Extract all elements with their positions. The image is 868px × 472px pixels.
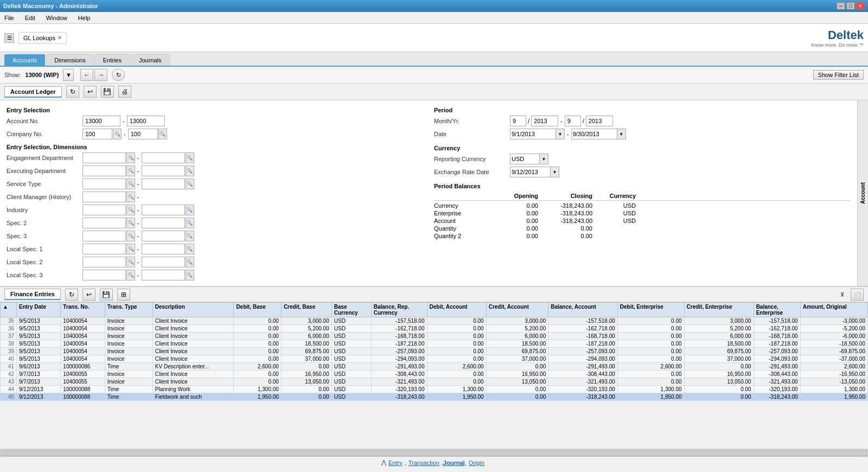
col-trans-type[interactable]: Trans. Type — [105, 303, 152, 317]
service-type-to-search[interactable]: 🔍 — [186, 178, 194, 189]
table-row[interactable]: 449/12/2013100000088TimePlanning Work1,3… — [1, 386, 868, 393]
tab-dimensions[interactable]: Dimensions — [46, 54, 93, 66]
client-manager-from-input[interactable] — [82, 192, 126, 202]
service-type-to-input[interactable] — [142, 178, 185, 189]
executing-dept-to-search[interactable]: 🔍 — [186, 165, 194, 176]
month-to-input[interactable] — [565, 116, 581, 126]
local-spec2-from-search[interactable]: 🔍 — [126, 257, 135, 267]
table-row[interactable]: 409/5/201310400054InvoiceClient Invoice0… — [1, 355, 868, 363]
menu-help[interactable]: Help — [76, 14, 93, 22]
date-from-input[interactable] — [510, 129, 556, 139]
nav-forward-button[interactable]: → — [94, 69, 107, 81]
finance-entries-tab[interactable]: Finance Entries — [4, 289, 61, 300]
col-base-currency[interactable]: BaseCurrency — [331, 303, 371, 317]
show-filter-button[interactable]: Show Filter List — [813, 70, 864, 80]
account-ledger-tab[interactable]: Account Ledger — [4, 86, 62, 98]
status-link-transaction[interactable]: Transaction — [409, 460, 439, 466]
finance-entries-table-container[interactable]: ▲ Entry Date Trans. No. Trans. Type Desc… — [0, 302, 868, 449]
refresh-button[interactable]: ↻ — [112, 69, 125, 81]
undo-entries-btn[interactable]: ↩ — [82, 289, 95, 301]
nav-back-button[interactable]: ← — [80, 69, 93, 81]
sidebar-toggle[interactable]: ☰ — [4, 33, 14, 43]
spec3-from-input[interactable] — [82, 231, 126, 241]
col-entry-date[interactable]: Entry Date — [17, 303, 61, 317]
col-debit-enterprise[interactable]: Debit, Enterprise — [617, 303, 684, 317]
col-amount-original[interactable]: Amount, Original — [800, 303, 867, 317]
expand-entries-btn[interactable]: ⬜ — [851, 289, 864, 301]
date-from-dropdown-btn[interactable]: ▼ — [556, 129, 565, 139]
undo-ledger-btn[interactable]: ↩ — [84, 86, 97, 98]
spec3-from-search[interactable]: 🔍 — [126, 231, 135, 241]
col-sort-indicator[interactable]: ▲ — [1, 303, 17, 317]
local-spec1-from-search[interactable]: 🔍 — [126, 244, 135, 254]
col-balance-rep[interactable]: Balance, Rep.Currency — [371, 303, 427, 317]
menu-window[interactable]: Window — [44, 14, 69, 22]
client-manager-from-search[interactable]: 🔍 — [126, 192, 135, 202]
table-row[interactable]: 369/5/201310400054InvoiceClient Invoice0… — [1, 325, 868, 333]
collapse-entries-btn[interactable]: ⊻ — [839, 290, 845, 298]
account-no-to-input[interactable] — [127, 116, 165, 126]
print-ledger-btn[interactable]: 🖨 — [118, 86, 131, 98]
col-credit-base[interactable]: Credit, Base — [281, 303, 331, 317]
col-balance-enterprise[interactable]: Balance,Enterprise — [754, 303, 800, 317]
engagement-dept-to-input[interactable] — [142, 152, 185, 163]
table-row[interactable]: 419/6/2013100000086TimeKV Description en… — [1, 363, 868, 371]
local-spec1-from-input[interactable] — [82, 244, 126, 254]
company-no-from-search[interactable]: 🔍 — [113, 129, 122, 139]
save-ledger-btn[interactable]: 💾 — [101, 86, 114, 98]
account-right-tab[interactable]: Account — [857, 100, 868, 286]
menu-edit[interactable]: Edit — [23, 14, 37, 22]
table-row[interactable]: 389/5/201310400054InvoiceClient Invoice0… — [1, 340, 868, 348]
spec2-from-input[interactable] — [82, 218, 126, 228]
table-row[interactable]: 439/7/201310400055InvoiceClient Invoice0… — [1, 378, 868, 386]
gl-lookups-tab[interactable]: GL Lookups ✕ — [18, 32, 67, 44]
industry-to-search[interactable]: 🔍 — [186, 205, 194, 215]
engagement-dept-from-search[interactable]: 🔍 — [126, 152, 135, 163]
spec2-from-search[interactable]: 🔍 — [126, 218, 135, 228]
company-no-to-search[interactable]: 🔍 — [158, 129, 167, 139]
col-trans-no[interactable]: Trans. No. — [61, 303, 105, 317]
executing-dept-from-input[interactable] — [82, 165, 126, 176]
industry-from-search[interactable]: 🔍 — [126, 205, 135, 215]
col-debit-base[interactable]: Debit, Base — [234, 303, 282, 317]
exchange-rate-date-input[interactable] — [510, 167, 551, 177]
month-from-input[interactable] — [510, 116, 526, 126]
spec2-to-search[interactable]: 🔍 — [186, 218, 194, 228]
table-row[interactable]: 379/5/201310400054InvoiceClient Invoice0… — [1, 333, 868, 340]
refresh-ledger-btn[interactable]: ↻ — [66, 86, 79, 98]
maximize-button[interactable]: □ — [846, 2, 855, 10]
status-link-origin[interactable]: Origin — [469, 460, 484, 466]
industry-from-input[interactable] — [82, 205, 126, 215]
executing-dept-from-search[interactable]: 🔍 — [126, 165, 135, 176]
menu-file[interactable]: File — [2, 14, 16, 22]
table-row[interactable]: 459/12/2013100000088TimeFieldwork and su… — [1, 393, 868, 401]
show-dropdown[interactable]: ▼ — [63, 69, 74, 81]
reporting-currency-input[interactable] — [510, 154, 540, 164]
close-button[interactable]: ✕ — [856, 2, 865, 10]
reporting-currency-dd-btn[interactable]: ▼ — [540, 154, 548, 164]
tab-journals[interactable]: Journals — [131, 54, 170, 66]
col-debit-account[interactable]: Debit, Account — [427, 303, 486, 317]
local-spec1-to-search[interactable]: 🔍 — [186, 244, 194, 254]
minimize-button[interactable]: ─ — [837, 2, 845, 10]
company-no-to-input[interactable] — [128, 129, 158, 139]
service-type-from-input[interactable] — [82, 178, 126, 189]
local-spec2-to-search[interactable]: 🔍 — [186, 257, 194, 267]
exchange-rate-date-dd-btn[interactable]: ▼ — [551, 167, 559, 177]
table-row[interactable]: 399/5/201310400054InvoiceClient Invoice0… — [1, 348, 868, 355]
col-description[interactable]: Description — [152, 303, 234, 317]
local-spec3-to-input[interactable] — [142, 270, 185, 280]
date-to-input[interactable] — [571, 129, 617, 139]
service-type-from-search[interactable]: 🔍 — [126, 178, 135, 189]
local-spec1-to-input[interactable] — [142, 244, 185, 254]
account-no-from-input[interactable] — [82, 116, 120, 126]
save-entries-btn[interactable]: 💾 — [100, 289, 113, 301]
refresh-entries-btn[interactable]: ↻ — [65, 289, 78, 301]
gl-lookups-close[interactable]: ✕ — [58, 35, 62, 41]
local-spec2-from-input[interactable] — [82, 257, 126, 267]
local-spec3-to-search[interactable]: 🔍 — [186, 270, 194, 280]
company-no-from-input[interactable] — [82, 129, 112, 139]
industry-to-input[interactable] — [142, 205, 185, 215]
local-spec3-from-input[interactable] — [82, 270, 126, 280]
horizontal-scrollbar[interactable] — [0, 449, 868, 456]
